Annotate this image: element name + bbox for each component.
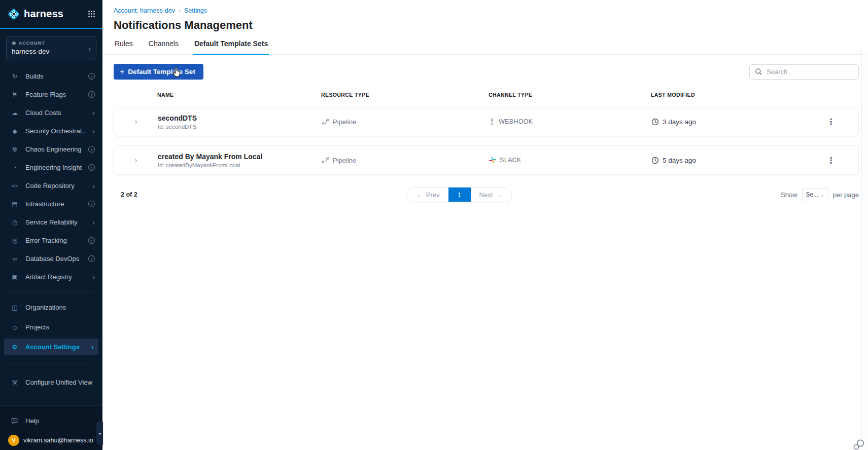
template-set-name: created By Mayank From Local: [158, 153, 322, 161]
new-default-template-set-button[interactable]: + Default Template Set: [114, 64, 203, 80]
sidebar-item-infrastructure[interactable]: ▤ Infrastructure i: [0, 196, 102, 212]
row-menu-kebab-icon[interactable]: ⋮: [824, 155, 839, 166]
tab-bar: Rules Channels Default Template Sets: [102, 39, 868, 55]
chevron-right-icon: ›: [88, 44, 91, 53]
column-channel-type: CHANNEL TYPE: [489, 92, 651, 98]
sidebar-item-organizations[interactable]: ◫ Organizations: [0, 299, 102, 316]
chevron-right-icon: ›: [92, 109, 95, 117]
info-icon: i: [88, 73, 95, 80]
chevron-down-icon: ⌄: [820, 192, 824, 198]
per-page-label: per page: [833, 191, 859, 199]
sidebar-item-help[interactable]: Help: [0, 413, 102, 429]
arrow-left-icon: ←: [416, 191, 423, 199]
collapse-arrow-icon: ◂: [98, 431, 101, 436]
next-page-button[interactable]: Next →: [471, 188, 512, 202]
chevron-right-icon: ›: [92, 218, 95, 227]
service-reliability-icon: ◷: [10, 219, 19, 226]
sidebar-item-configure-unified-view[interactable]: ⚒ Configure Unified View: [0, 374, 102, 391]
sidebar: harness ◉ ACCOUNT harness-dev ›: [0, 0, 102, 450]
security-orchestration-icon: ◆: [10, 128, 19, 135]
resource-type-cell: Pipeline: [322, 118, 489, 126]
expand-row-icon[interactable]: ›: [134, 156, 137, 165]
chevron-right-icon: ›: [92, 273, 95, 281]
sidebar-header: harness: [0, 0, 102, 29]
account-switcher[interactable]: ◉ ACCOUNT harness-dev ›: [6, 36, 96, 60]
row-menu-kebab-icon[interactable]: ⋮: [824, 117, 839, 127]
module-grid-icon[interactable]: [88, 10, 95, 18]
template-set-id: Id: createdByMayankFromLocal: [158, 162, 322, 168]
user-email: vikram.sahu@harness.io: [23, 437, 93, 444]
prev-page-button[interactable]: ← Prev: [407, 188, 448, 202]
search-input[interactable]: [767, 68, 853, 76]
chaos-engineering-icon: ☢: [10, 146, 19, 153]
sidebar-item-security-orchestration[interactable]: ◆ Security Orchestrat... ›: [0, 123, 102, 139]
engineering-insights-icon: ◔: [10, 164, 19, 171]
chevron-right-icon: ›: [92, 127, 95, 135]
builds-icon: ↻: [10, 73, 19, 80]
chevron-right-icon: ›: [92, 182, 95, 190]
cloud-costs-icon: ☁: [10, 109, 19, 117]
divider: [8, 364, 94, 364]
webhook-icon: [489, 118, 495, 126]
harness-logo-icon[interactable]: [7, 8, 20, 21]
artifact-registry-icon: ▣: [10, 274, 19, 281]
pager: ← Prev 1 Next →: [407, 187, 512, 202]
gear-icon: ⚙: [10, 344, 19, 351]
column-resource-type: RESOURCE TYPE: [321, 92, 489, 98]
info-icon: i: [88, 255, 95, 262]
page-1-button[interactable]: 1: [448, 188, 471, 202]
sidebar-item-projects[interactable]: ◇ Projects: [0, 319, 102, 335]
expand-row-icon[interactable]: ›: [134, 117, 137, 126]
sidebar-item-code-repository[interactable]: </> Code Repository ›: [0, 177, 102, 194]
support-chat-launcher-icon[interactable]: [852, 438, 865, 450]
tab-channels[interactable]: Channels: [148, 39, 180, 54]
sidebar-item-error-tracking[interactable]: ◎ Error Tracking i: [0, 232, 102, 249]
code-repository-icon: </>: [10, 183, 19, 189]
slack-icon: [489, 157, 496, 164]
user-profile[interactable]: V vikram.sahu@harness.io: [0, 431, 102, 446]
sidebar-item-database-devops[interactable]: ∞ Database DevOps i: [0, 250, 102, 267]
sidebar-item-engineering-insights[interactable]: ◔ Engineering Insights i: [0, 159, 102, 176]
breadcrumb: Account: harness-dev › Settings: [114, 7, 856, 14]
sidebar-nav: ↻ Builds i ⚑ Feature Flags i ☁ Cloud Cos…: [0, 66, 102, 287]
infrastructure-icon: ▤: [10, 201, 19, 208]
sidebar-item-cloud-costs[interactable]: ☁ Cloud Costs ›: [0, 104, 102, 121]
help-chat-icon: [10, 418, 19, 425]
page-size-select[interactable]: Se... ⌄: [802, 188, 828, 201]
breadcrumb-account-link[interactable]: Account: harness-dev: [114, 7, 175, 14]
account-label: ACCOUNT: [19, 41, 45, 46]
clock-icon: [651, 118, 659, 126]
sidebar-item-service-reliability[interactable]: ◷ Service Reliability ›: [0, 214, 102, 231]
table-header: NAME RESOURCE TYPE CHANNEL TYPE LAST MOD…: [114, 92, 859, 98]
channel-type-cell: WEBHOOK: [489, 118, 651, 126]
show-label: Show: [781, 191, 797, 199]
pagination: 2 of 2 ← Prev 1 Next → Show Se... ⌄ per …: [102, 175, 868, 202]
sidebar-item-artifact-registry[interactable]: ▣ Artifact Registry ›: [0, 269, 102, 285]
sidebar-footer: Help V vikram.sahu@harness.io: [0, 405, 102, 450]
breadcrumb-separator-icon: ›: [179, 7, 181, 14]
tab-rules[interactable]: Rules: [114, 39, 134, 54]
info-icon: i: [88, 91, 95, 98]
column-last-modified: LAST MODIFIED: [651, 92, 803, 98]
info-icon: i: [88, 146, 95, 153]
divider: [8, 292, 94, 292]
row-count: 2 of 2: [114, 191, 175, 198]
template-sets-table: NAME RESOURCE TYPE CHANNEL TYPE LAST MOD…: [102, 92, 868, 175]
sidebar-collapse-handle[interactable]: ◂: [96, 422, 103, 445]
info-icon: i: [88, 201, 95, 207]
account-name: harness-dev: [12, 48, 91, 55]
sidebar-item-feature-flags[interactable]: ⚑ Feature Flags i: [0, 86, 102, 103]
channel-type-cell: SLACK: [489, 157, 651, 164]
arrow-right-icon: →: [496, 191, 503, 199]
database-devops-icon: ∞: [10, 255, 19, 262]
sidebar-item-builds[interactable]: ↻ Builds i: [0, 68, 102, 85]
table-row[interactable]: › created By Mayank From Local Id: creat…: [114, 145, 859, 175]
breadcrumb-settings-link[interactable]: Settings: [184, 7, 207, 14]
sidebar-item-account-settings[interactable]: ⚙ Account Settings ›: [4, 339, 98, 355]
main-content: Account: harness-dev › Settings Notifica…: [102, 0, 868, 450]
clock-icon: [651, 157, 659, 164]
info-icon: i: [88, 164, 95, 171]
table-row[interactable]: › secondDTS Id: secondDTS Pipeline: [114, 107, 859, 136]
sidebar-item-chaos-engineering[interactable]: ☢ Chaos Engineering i: [0, 141, 102, 158]
tab-default-template-sets[interactable]: Default Template Sets: [193, 39, 269, 55]
